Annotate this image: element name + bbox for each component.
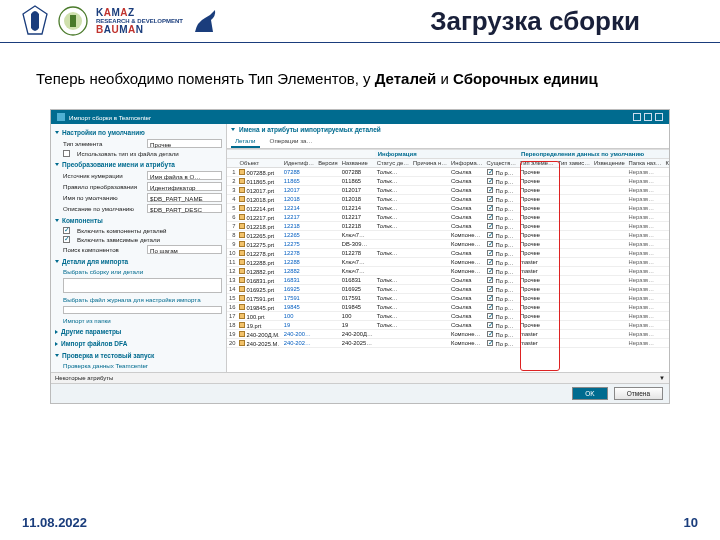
group-override: Переопределения данных по умолчанию bbox=[518, 150, 669, 159]
group-info: Информация bbox=[375, 150, 518, 159]
table-row[interactable]: 19240-200Д.М.240-200…240-200Д…Компоне…По… bbox=[227, 330, 669, 339]
caption-b1: Деталей bbox=[375, 70, 437, 87]
convert-rule-select[interactable]: Идентификатор bbox=[147, 182, 222, 191]
tabs: Летали Операции за… bbox=[227, 135, 669, 149]
filelist-box[interactable] bbox=[63, 278, 222, 293]
col-header[interactable]: Тип элеме… bbox=[518, 159, 556, 168]
link-choose-asm[interactable]: Выбрать сборку или детали bbox=[63, 268, 222, 275]
caption: Теперь необходимо поменять Тип Элементов… bbox=[36, 69, 684, 89]
table-row[interactable]: 6012217.prt12217012217Тольк…СсылкаПо р…П… bbox=[227, 213, 669, 222]
table-row[interactable]: 17100.prt100100Тольк…СсылкаПо р…ПрочееНе… bbox=[227, 312, 669, 321]
col-header[interactable]: Извещение bbox=[592, 159, 627, 168]
bauman-logo bbox=[56, 4, 90, 38]
tab-details[interactable]: Летали bbox=[231, 135, 260, 148]
right-header: Имена и атрибуты импортируемых деталей bbox=[227, 124, 669, 135]
group-row: Информация Переопределения данных по умо… bbox=[227, 150, 669, 159]
maximize-button[interactable] bbox=[644, 113, 652, 121]
default-desc-input[interactable]: $DB_PART_DESC bbox=[147, 204, 222, 213]
table-row[interactable]: 5012214.prt12214012214Тольк…СсылкаПо р…П… bbox=[227, 204, 669, 213]
table-row[interactable]: 1819.prt1919Тольк…СсылкаПо р…ПрочееНераз… bbox=[227, 321, 669, 330]
search-comp-select[interactable]: По шагам bbox=[147, 245, 222, 254]
checkbox-include-deps[interactable] bbox=[63, 236, 70, 243]
row-incl-dep[interactable]: Включить зависимые детали bbox=[63, 236, 222, 243]
teamcenter-window: Импорт сборки в Teamcenter Настройки по … bbox=[50, 109, 670, 404]
kamaz-bauman-text: KAMAZ RESEARCH & DEVELOPMENT BAUMAN bbox=[96, 7, 183, 36]
col-header[interactable]: Статус де… bbox=[375, 159, 411, 168]
details-panel: Имена и атрибуты импортируемых деталей Л… bbox=[227, 124, 669, 372]
window-title: Импорт сборки в Teamcenter bbox=[69, 114, 151, 121]
convert-rule-label: Правило преобразования bbox=[63, 183, 143, 190]
table-row[interactable]: 20240-2025.М.240-202…240-2025…Компоне…По… bbox=[227, 339, 669, 348]
col-header[interactable]: Название bbox=[340, 159, 375, 168]
status-bar: Некоторые атрибуты ▼ bbox=[51, 372, 669, 383]
section-test[interactable]: Проверка и тестовый запуск bbox=[55, 352, 222, 359]
table-row[interactable]: 10012278.prt12278012278Тольк…СсылкаПо р…… bbox=[227, 249, 669, 258]
table-row[interactable]: 4012018.prt12018012018Тольк…СсылкаПо р…П… bbox=[227, 195, 669, 204]
col-header[interactable]: Папка наз… bbox=[627, 159, 664, 168]
slide-header: KAMAZ RESEARCH & DEVELOPMENT BAUMAN Загр… bbox=[0, 0, 720, 38]
table-row[interactable]: 16019845.prt19845019845Тольк…СсылкаПо р…… bbox=[227, 303, 669, 312]
link-choose-log[interactable]: Выбрать файл журнала для настройки импор… bbox=[63, 296, 222, 303]
parts-table[interactable]: Информация Переопределения данных по умо… bbox=[227, 149, 669, 348]
link-check-tc[interactable]: Проверка данных Teamcenter bbox=[63, 362, 222, 369]
log-box[interactable] bbox=[63, 306, 222, 314]
slide-date: 11.08.2022 bbox=[22, 515, 87, 530]
cancel-button[interactable]: Отмена bbox=[614, 387, 663, 400]
svg-rect-2 bbox=[70, 15, 76, 27]
tab-ops[interactable]: Операции за… bbox=[266, 135, 317, 148]
search-comp-label: Поиск компонентов bbox=[63, 246, 143, 253]
table-row[interactable]: 13016831.prt16831016831Тольк…СсылкаПо р…… bbox=[227, 276, 669, 285]
table-row[interactable]: 2011865.prt11865011865Тольк…СсылкаПо р…П… bbox=[227, 177, 669, 186]
section-other[interactable]: Другие параметры bbox=[55, 328, 222, 335]
section-components[interactable]: Компоненты bbox=[55, 217, 222, 224]
col-header[interactable]: Тип завис… bbox=[556, 159, 592, 168]
checkbox-include-parts[interactable] bbox=[63, 227, 70, 234]
table-row[interactable]: 14016925.prt16925016925Тольк…СсылкаПо р…… bbox=[227, 285, 669, 294]
table-row[interactable]: 15017591.prt17591017591Тольк…СсылкаПо р…… bbox=[227, 294, 669, 303]
col-header[interactable]: Информа… bbox=[449, 159, 485, 168]
minimize-button[interactable] bbox=[633, 113, 641, 121]
close-button[interactable] bbox=[655, 113, 663, 121]
row-element-type: Тип элемента Прочее bbox=[63, 139, 222, 148]
table-row[interactable]: 9012275.prt12275DB-309…Компоне…По р…Проч… bbox=[227, 240, 669, 249]
app-icon bbox=[57, 113, 65, 121]
caption-b2: Сборочных единиц bbox=[453, 70, 598, 87]
col-header[interactable]: Идентиф… bbox=[282, 159, 316, 168]
horse-logo bbox=[189, 4, 223, 38]
col-header[interactable]: Каталог со… bbox=[663, 159, 669, 168]
status-text: Некоторые атрибуты bbox=[55, 375, 113, 381]
table-row[interactable]: 1007288.prt07288007288Тольк…СсылкаПо р…П… bbox=[227, 168, 669, 177]
table-row[interactable]: 12012882.prt12882Ключ7…Компоне…По р…mast… bbox=[227, 267, 669, 276]
col-header[interactable] bbox=[227, 159, 237, 168]
table-row[interactable]: 11012288.prt12288Ключ7…Компоне…По р…mast… bbox=[227, 258, 669, 267]
caption-mid: и bbox=[436, 70, 453, 87]
row-usefilename[interactable]: Использовать тип из файла детали bbox=[63, 150, 222, 157]
element-type-label: Тип элемента bbox=[63, 140, 143, 147]
row-incl-det[interactable]: Включить компоненты деталей bbox=[63, 227, 222, 234]
window-titlebar: Импорт сборки в Teamcenter bbox=[51, 110, 669, 124]
col-header[interactable]: Версия bbox=[316, 159, 340, 168]
numbering-source-label: Источник нумерации bbox=[63, 172, 143, 179]
link-import-from-folder[interactable]: Импорт из папки bbox=[63, 317, 222, 324]
slide-footer: 11.08.2022 10 bbox=[0, 515, 720, 530]
col-header[interactable]: Объект bbox=[237, 159, 281, 168]
settings-panel: Настройки по умолчанию Тип элемента Проч… bbox=[51, 124, 227, 372]
section-dfa[interactable]: Импорт файлов DFA bbox=[55, 340, 222, 347]
default-name-input[interactable]: $DB_PART_NAME bbox=[147, 193, 222, 202]
col-header[interactable]: Причина н… bbox=[411, 159, 449, 168]
numbering-source-select[interactable]: Имя файла в О… bbox=[147, 171, 222, 180]
col-header[interactable]: Существ… bbox=[485, 159, 518, 168]
checkbox-usefilename[interactable] bbox=[63, 150, 70, 157]
table-row[interactable]: 8012265.prt12265Ключ7…Компоне…По р…Проче… bbox=[227, 231, 669, 240]
kamaz-logo bbox=[20, 4, 50, 38]
section-convert[interactable]: Преобразование имени и атрибута bbox=[55, 161, 222, 168]
slide-title: Загрузка сборки bbox=[233, 6, 700, 37]
logos: KAMAZ RESEARCH & DEVELOPMENT BAUMAN bbox=[20, 4, 223, 38]
section-parts-for-import[interactable]: Детали для импорта bbox=[55, 258, 222, 265]
table-row[interactable]: 7012218.prt12218012218Тольк…СсылкаПо р…П… bbox=[227, 222, 669, 231]
table-row[interactable]: 3012017.prt12017012017Тольк…СсылкаПо р…П… bbox=[227, 186, 669, 195]
slide-number: 10 bbox=[684, 515, 698, 530]
section-defaults[interactable]: Настройки по умолчанию bbox=[55, 129, 222, 136]
element-type-select[interactable]: Прочее bbox=[147, 139, 222, 148]
ok-button[interactable]: OK bbox=[572, 387, 607, 400]
